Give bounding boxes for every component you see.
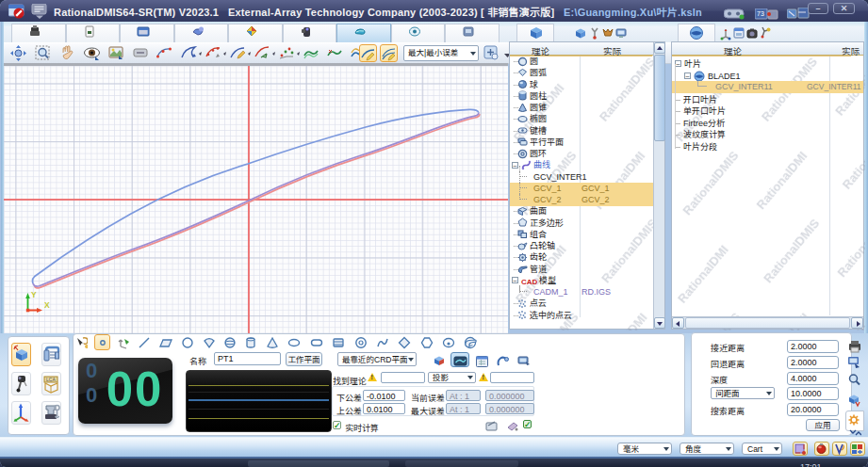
svg-text:73: 73	[757, 10, 764, 17]
svg-text:CAD: CAD	[521, 277, 538, 285]
svg-text:X: X	[44, 300, 50, 310]
svg-text:LCA: LCA	[46, 377, 56, 382]
svg-text:Y: Y	[31, 290, 37, 299]
